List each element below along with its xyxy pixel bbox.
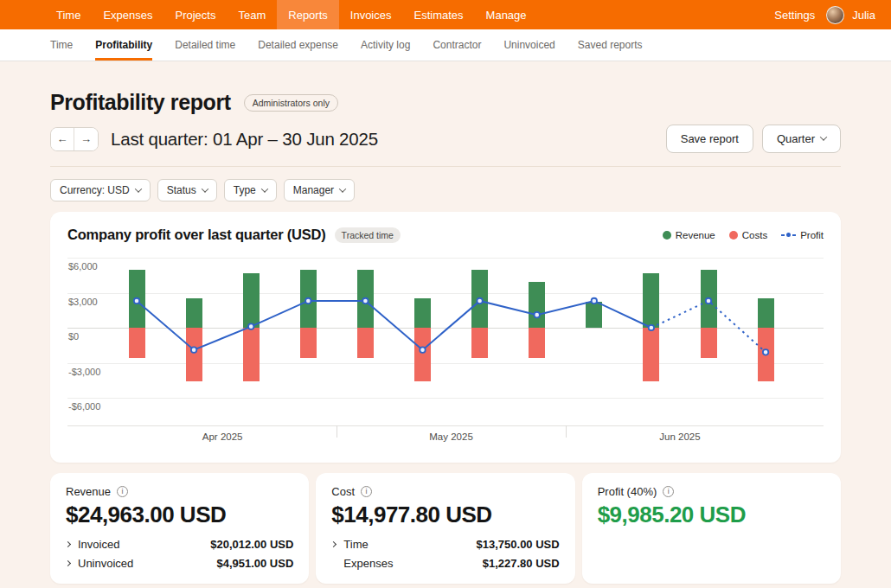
legend-item-costs: Costs [729, 230, 767, 240]
card-label-row: Profit (40%)i [598, 485, 825, 498]
filter-label: Type [234, 184, 256, 196]
tab-saved-reports[interactable]: Saved reports [578, 29, 643, 61]
filter-label: Status [167, 184, 196, 196]
row-value: $13,750.00 USD [477, 538, 560, 551]
chart-legend: RevenueCostsProfit [663, 230, 824, 240]
tab-detailed-expense[interactable]: Detailed expense [258, 29, 338, 61]
tab-detailed-time[interactable]: Detailed time [175, 29, 235, 61]
filter-type[interactable]: Type [224, 179, 277, 201]
top-nav-right: Settings Julia [771, 0, 891, 29]
card-label: Cost [331, 485, 355, 498]
row-value: $1,227.80 USD [483, 557, 560, 570]
legend-item-revenue: Revenue [663, 230, 715, 240]
chart-title: Company profit over last quarter (USD) [67, 227, 326, 243]
report-tabs: TimeProfitabilityDetailed timeDetailed e… [0, 29, 891, 61]
chart-header: Company profit over last quarter (USD) T… [67, 227, 824, 243]
nav-item-invoices[interactable]: Invoices [339, 0, 403, 29]
filter-currency-usd[interactable]: Currency: USD [50, 179, 151, 201]
summary-cards: Revenuei$24,963.00 USDInvoiced$20,012.00… [50, 473, 841, 584]
filter-status[interactable]: Status [157, 179, 217, 201]
filter-manager[interactable]: Manager [284, 179, 355, 201]
info-icon[interactable]: i [361, 486, 372, 497]
app-root: TimeExpensesProjectsTeamReportsInvoicesE… [0, 0, 891, 584]
chart-card: Company profit over last quarter (USD) T… [50, 212, 841, 463]
tab-uninvoiced[interactable]: Uninvoiced [503, 29, 554, 61]
chevron-down-icon [820, 133, 827, 140]
card-rows: Invoiced$20,012.00 USDUninvoiced$4,951.0… [66, 538, 293, 570]
costs-swatch-icon [729, 231, 738, 240]
period-row: ← → Last quarter: 01 Apr – 30 Jun 2025 S… [50, 125, 841, 153]
revenue-swatch-icon [663, 231, 671, 240]
summary-card-revenue: Revenuei$24,963.00 USDInvoiced$20,012.00… [50, 473, 309, 584]
prev-period-button[interactable]: ← [51, 128, 74, 150]
nav-item-team[interactable]: Team [227, 0, 277, 29]
profit-point[interactable] [649, 325, 654, 330]
tab-contractor[interactable]: Contractor [433, 29, 481, 61]
avatar[interactable] [826, 6, 844, 24]
profit-point[interactable] [305, 298, 311, 304]
profit-point[interactable] [248, 323, 253, 329]
summary-card-profit-40: Profit (40%)i$9,985.20 USD [582, 473, 841, 584]
nav-item-time[interactable]: Time [45, 0, 92, 29]
card-label-row: Revenuei [66, 485, 293, 498]
profit-chart: $6,000$3,000$0-$3,000-$6,000Apr 2025May … [67, 253, 824, 454]
chevron-down-icon [201, 185, 208, 192]
period-granularity-value: Quarter [777, 132, 815, 145]
tab-time[interactable]: Time [50, 29, 73, 61]
row-label-cell: Invoiced [66, 538, 119, 551]
profit-point[interactable] [706, 298, 711, 304]
header-divider [50, 166, 841, 167]
card-amount: $9,985.20 USD [598, 502, 825, 528]
nav-item-projects[interactable]: Projects [164, 0, 228, 29]
info-icon[interactable]: i [117, 486, 128, 497]
profit-point[interactable] [191, 347, 196, 352]
tab-profitability[interactable]: Profitability [95, 29, 152, 61]
chevron-right-icon [330, 541, 337, 547]
card-label: Revenue [66, 485, 111, 498]
row-label: Time [343, 538, 368, 551]
card-row-time[interactable]: Time$13,750.00 USD [331, 538, 559, 551]
row-label: Uninvoiced [78, 557, 133, 570]
nav-item-expenses[interactable]: Expenses [92, 0, 163, 29]
row-label-cell: Expenses [331, 557, 393, 570]
profit-point[interactable] [420, 347, 425, 352]
period-granularity-select[interactable]: Quarter [762, 125, 841, 153]
profit-point[interactable] [477, 298, 482, 304]
profit-point[interactable] [763, 349, 768, 355]
nav-item-estimates[interactable]: Estimates [403, 0, 475, 29]
chevron-down-icon [260, 185, 267, 192]
nav-settings[interactable]: Settings [771, 9, 818, 22]
tab-activity-log[interactable]: Activity log [361, 29, 410, 61]
nav-username[interactable]: Julia [852, 9, 875, 22]
save-report-button[interactable]: Save report [666, 125, 753, 153]
card-row-invoiced[interactable]: Invoiced$20,012.00 USD [66, 538, 293, 551]
card-rows: Time$13,750.00 USDExpenses$1,227.80 USD [331, 538, 559, 570]
page-title: Profitability report [50, 90, 231, 115]
legend-label: Revenue [676, 230, 715, 240]
profit-point[interactable] [535, 312, 540, 317]
period-actions: Save report Quarter [666, 125, 841, 153]
nav-item-reports[interactable]: Reports [277, 0, 339, 29]
card-row-uninvoiced[interactable]: Uninvoiced$4,951.00 USD [66, 557, 293, 570]
row-label-cell: Time [331, 538, 368, 551]
card-amount: $14,977.80 USD [331, 502, 559, 528]
tracked-time-pill: Tracked time [335, 227, 401, 243]
summary-card-cost: Costi$14,977.80 USDTime$13,750.00 USDExp… [316, 473, 574, 584]
period-label: Last quarter: 01 Apr – 30 Jun 2025 [111, 129, 378, 150]
chevron-down-icon [339, 185, 346, 192]
legend-item-profit: Profit [781, 230, 824, 240]
nav-item-manage[interactable]: Manage [475, 0, 538, 29]
chevron-right-icon [65, 541, 71, 547]
filter-label: Currency: USD [60, 184, 130, 196]
card-row-expenses: Expenses$1,227.80 USD [331, 557, 559, 570]
profit-point[interactable] [362, 298, 368, 304]
info-icon[interactable]: i [663, 486, 674, 497]
top-nav-items: TimeExpensesProjectsTeamReportsInvoicesE… [45, 0, 538, 29]
next-period-button[interactable]: → [74, 128, 98, 150]
chevron-down-icon [134, 185, 141, 192]
card-label: Profit (40%) [598, 485, 657, 498]
row-value: $20,012.00 USD [210, 538, 293, 551]
profit-point[interactable] [134, 298, 139, 304]
profit-point[interactable] [592, 298, 597, 304]
legend-label: Profit [800, 230, 824, 240]
